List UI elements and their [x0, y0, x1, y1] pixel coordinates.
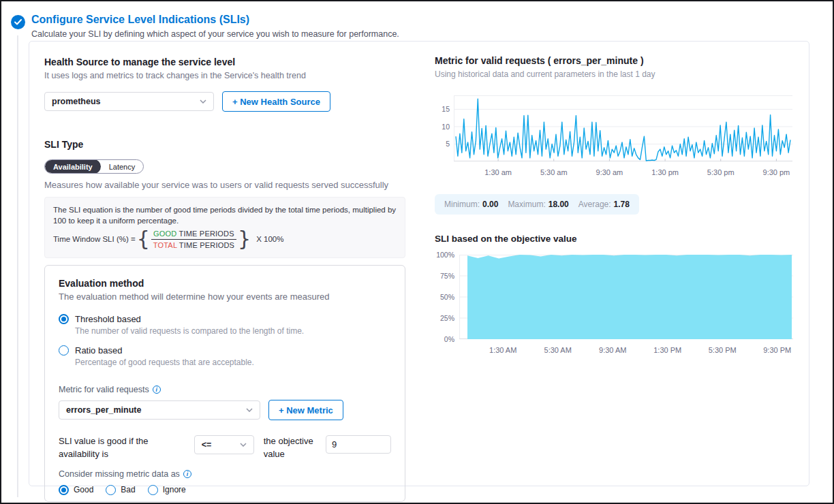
metric-chart-title: Metric for valid requests ( errors_per_m… — [435, 55, 793, 66]
bad-label: Bad — [121, 485, 135, 494]
metric-selected-value: errors_per_minute — [66, 405, 141, 415]
ratio-label: Ratio based — [75, 345, 122, 356]
average-value: 1.78 — [614, 200, 630, 209]
metric-chart-block: 51015 1:30 am5:30 am9:30 am1:30 pm5:30 p… — [435, 95, 793, 182]
metric-line-chart — [454, 95, 792, 161]
sli-chart-plot[interactable] — [459, 255, 793, 342]
x-tick-label: 5:30 am — [540, 168, 568, 176]
total-term: TOTAL — [153, 241, 177, 249]
denominator-rest: TIME PERIODS — [177, 241, 234, 249]
sli-equation-formula: Time Window SLI (%) = { GOOD TIME PERIOD… — [53, 229, 397, 249]
numerator-rest: TIME PERIODS — [176, 230, 234, 238]
health-source-select[interactable]: prometheus — [44, 92, 214, 111]
y-tick-label: 5 — [446, 140, 450, 148]
health-source-subtext: It uses logs and metrics to track change… — [44, 71, 405, 80]
health-source-selected-value: prometheus — [52, 97, 101, 106]
metric-chart-x-axis: 1:30 am5:30 am9:30 am1:30 pm5:30 pm9:30 … — [454, 168, 792, 182]
sli-type-availability[interactable]: Availability — [45, 159, 101, 174]
info-icon[interactable]: i — [153, 385, 161, 394]
page-title: Configure Service Level Indications (SLI… — [31, 14, 249, 26]
objective-value-input[interactable] — [326, 435, 391, 454]
minimum-label: Minimum: — [444, 200, 480, 209]
equation-prefix: Time Window SLI (%) = — [53, 235, 136, 243]
y-tick-label: 10 — [442, 123, 450, 131]
sli-chart-y-axis: 0%25%50%75%100% — [435, 255, 459, 339]
right-column: Metric for valid requests ( errors_per_m… — [418, 42, 811, 486]
evaluation-subtext: The evaluation method will determine how… — [59, 292, 391, 302]
metric-select[interactable]: errors_per_minute — [59, 400, 260, 420]
maximum-value: 18.00 — [549, 200, 569, 209]
sli-type-heading: SLI Type — [44, 139, 405, 150]
good-term: GOOD — [153, 230, 176, 238]
radio-ignore-icon[interactable] — [148, 485, 158, 495]
chevron-down-icon — [200, 99, 206, 104]
metric-chart-y-axis: 51015 — [435, 95, 454, 161]
metric-for-valid-requests-label: Metric for valid requests — [59, 385, 149, 394]
x-tick-label: 1:30 PM — [653, 346, 681, 354]
step-complete-icon — [11, 15, 25, 29]
sli-type-description: Measures how available your service was … — [44, 180, 405, 190]
ratio-description: Percentage of good requests that are acc… — [75, 358, 391, 367]
radio-bad[interactable]: Bad — [106, 485, 135, 495]
x-tick-label: 5:30 AM — [544, 346, 572, 354]
sli-type-toggle: Availability Latency — [44, 159, 144, 174]
average-label: Average: — [578, 200, 611, 209]
sli-area-chart — [459, 255, 793, 339]
x-tick-label: 1:30 AM — [489, 346, 516, 354]
metric-chart-subtitle: Using historical data and current parame… — [435, 69, 793, 79]
right-brace: } — [238, 229, 251, 249]
minimum-value: 0.00 — [482, 200, 498, 209]
x-tick-label: 5:30 pm — [707, 168, 735, 176]
x-tick-label: 9:30 am — [596, 168, 623, 176]
good-label: Good — [74, 485, 93, 494]
y-tick-label: 15 — [442, 105, 450, 113]
missing-data-options: Good Bad Ignore — [59, 485, 391, 495]
y-tick-label: 50% — [440, 293, 454, 301]
x-tick-label: 9:30 AM — [599, 346, 626, 354]
comparator-value: <= — [202, 440, 212, 450]
sli-type-latency[interactable]: Latency — [101, 159, 144, 174]
evaluation-method-card: Evaluation method The evaluation method … — [44, 265, 405, 502]
new-health-source-button[interactable]: + New Health Source — [222, 91, 330, 112]
radio-good-icon[interactable] — [59, 485, 69, 495]
x-tick-label: 1:30 am — [484, 168, 512, 176]
stepper-line — [17, 35, 18, 497]
threshold-description: The number of valid requests is compared… — [75, 326, 391, 336]
left-brace: { — [137, 229, 150, 249]
x-tick-label: 9:30 pm — [763, 168, 790, 176]
radio-bad-icon[interactable] — [106, 485, 116, 495]
x-tick-label: 9:30 PM — [763, 346, 791, 354]
sli-equation-text: The SLI equation is the number of good t… — [53, 204, 397, 226]
app-window: Configure Service Level Indications (SLI… — [0, 0, 834, 504]
y-tick-label: 100% — [436, 251, 454, 259]
sli-value-text: SLI value is good if the availability is — [59, 435, 185, 461]
metric-stats-chip: Minimum:0.00 Maximum:18.00 Average:1.78 — [435, 194, 639, 215]
radio-threshold-icon[interactable] — [59, 314, 69, 324]
ignore-label: Ignore — [163, 485, 186, 494]
new-metric-button[interactable]: + New Metric — [268, 400, 343, 420]
threshold-label: Threshold based — [75, 314, 141, 324]
chevron-down-icon — [246, 408, 253, 412]
chevron-down-icon — [240, 443, 247, 447]
info-icon[interactable]: i — [183, 470, 191, 478]
radio-ratio-icon[interactable] — [59, 345, 69, 356]
maximum-label: Maximum: — [508, 200, 545, 209]
radio-ratio-based[interactable]: Ratio based — [59, 345, 391, 356]
y-tick-label: 25% — [440, 314, 454, 322]
evaluation-heading: Evaluation method — [59, 278, 391, 289]
comparator-select[interactable]: <= — [194, 435, 254, 454]
sli-chart-title: SLI based on the objective value — [435, 234, 793, 244]
sli-chart-x-axis: 1:30 AM5:30 AM9:30 AM1:30 PM5:30 PM9:30 … — [459, 346, 793, 360]
radio-ignore[interactable]: Ignore — [148, 485, 186, 495]
objective-label: the objective value — [264, 435, 316, 461]
equation-fraction: GOOD TIME PERIODS TOTAL TIME PERIODS — [151, 230, 236, 249]
missing-data-label: Consider missing metric data as — [59, 469, 180, 479]
x-tick-label: 1:30 pm — [651, 168, 679, 176]
sli-config-panel: Health Source to manage the service leve… — [29, 41, 809, 486]
metric-chart-plot[interactable] — [454, 95, 792, 164]
page-subtitle: Calculate your SLI by defining which asp… — [31, 29, 399, 39]
radio-threshold-based[interactable]: Threshold based — [59, 314, 391, 324]
y-tick-label: 0% — [444, 335, 454, 343]
left-column: Health Source to manage the service leve… — [29, 42, 418, 486]
radio-good[interactable]: Good — [59, 485, 93, 495]
